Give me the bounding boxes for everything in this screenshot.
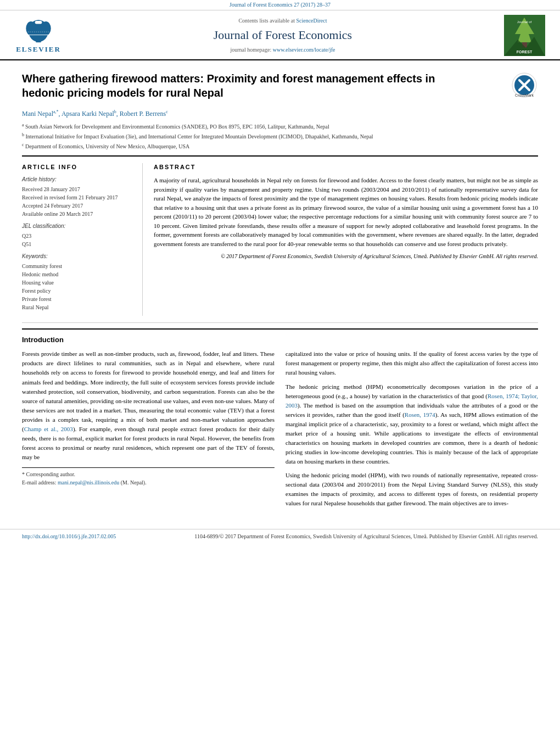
article-title-section: Where gathering firewood matters: Proxim… <box>22 71 538 104</box>
sciencedirect-line: Contents lists available at ScienceDirec… <box>77 17 489 25</box>
journal-reference-bar: Journal of Forest Economics 27 (2017) 28… <box>0 0 560 10</box>
authors-line: Mani Nepala,*, Apsara Karki Nepalb, Robe… <box>22 109 538 119</box>
info-abstract-section: ARTICLE INFO Article history: Received 2… <box>22 155 538 323</box>
journal-title: Journal of Forest Economics <box>77 27 489 44</box>
rosen-taylor-link[interactable]: Rosen, 1974; Taylor, 2003 <box>285 393 538 409</box>
abstract-column: ABSTRACT A majority of rural, agricultur… <box>154 163 538 316</box>
intro-para-4: Using the hedonic pricing model (HPM), w… <box>285 471 538 508</box>
keywords-heading: Keywords: <box>22 253 134 260</box>
accepted-date: Accepted 24 February 2017 <box>22 202 134 210</box>
intro-para-2: capitalized into the value or price of h… <box>285 349 538 377</box>
jel-code-2: Q51 <box>22 240 134 248</box>
email-link[interactable]: mani.nepal@nis.illinois.edu <box>58 479 119 486</box>
keywords-list: Community forest Hedonic method Housing … <box>22 262 134 311</box>
keyword-2: Hedonic method <box>22 270 134 278</box>
introduction-section: Introduction Forests provide timber as w… <box>22 328 538 512</box>
article-history-text: Received 28 January 2017 Received in rev… <box>22 185 134 218</box>
svg-point-3 <box>41 21 51 35</box>
journal-reference: Journal of Forest Economics 27 (2017) 28… <box>229 2 331 8</box>
affiliation-c: c Department of Economics, University of… <box>22 142 538 150</box>
author-robert: Robert P. Berrens <box>120 110 166 118</box>
affiliations: a South Asian Network for Development an… <box>22 122 538 151</box>
header-center: Contents lists available at ScienceDirec… <box>66 17 500 54</box>
bottom-bar: http://dx.doi.org/10.1016/j.jfe.2017.02.… <box>0 529 560 544</box>
contents-label: Contents lists available at <box>238 18 294 24</box>
svg-point-2 <box>26 21 36 35</box>
intro-col-right: capitalized into the value or price of h… <box>285 349 538 512</box>
keyword-3: Housing value <box>22 278 134 287</box>
elsevier-logo-container: ELSEVIER <box>11 15 66 56</box>
bottom-copyright: 1104-6899/© 2017 Department of Forest Ec… <box>194 533 538 540</box>
keyword-1: Community forest <box>22 262 134 270</box>
article-content: Where gathering firewood matters: Proxim… <box>0 60 560 529</box>
doi-link[interactable]: http://dx.doi.org/10.1016/j.jfe.2017.02.… <box>22 533 116 540</box>
elsevier-logo: ELSEVIER <box>16 16 61 54</box>
jel-code-1: Q23 <box>22 232 134 240</box>
email-note: E-mail address: mani.nepal@nis.illinois.… <box>22 478 275 487</box>
journal-homepage-line: journal homepage: www.elsevier.com/locat… <box>77 46 489 54</box>
journal-header: ELSEVIER Contents lists available at Sci… <box>0 10 560 60</box>
received-date: Received 28 January 2017 <box>22 185 134 193</box>
homepage-label: journal homepage: <box>231 47 272 53</box>
page: Journal of Forest Economics 27 (2017) 28… <box>0 0 560 742</box>
article-info-heading: ARTICLE INFO <box>22 163 134 171</box>
abstract-copyright: © 2017 Department of Forest Economics, S… <box>154 253 538 260</box>
forest-economics-badge-icon: FOREST Journal of <box>504 15 545 56</box>
intro-para-1: Forests provide timber as well as non-ti… <box>22 349 275 462</box>
article-info-column: ARTICLE INFO Article history: Received 2… <box>22 163 143 316</box>
footnote-divider: * Corresponding author. E-mail address: … <box>22 467 275 487</box>
keyword-4: Forest policy <box>22 287 134 295</box>
corresponding-author-note: * Corresponding author. <box>22 470 275 478</box>
champ-link[interactable]: Champ et al., 2003 <box>24 426 73 432</box>
revised-date: Received in revised form 21 February 201… <box>22 193 134 202</box>
svg-text:Journal of: Journal of <box>517 20 531 24</box>
svg-text:CrossMark: CrossMark <box>515 93 534 97</box>
abstract-heading: ABSTRACT <box>154 163 538 171</box>
rosen-link[interactable]: Rosen, 1974 <box>405 411 435 418</box>
jel-codes: Q23 Q51 <box>22 232 134 248</box>
article-title: Where gathering firewood matters: Proxim… <box>22 71 472 100</box>
author-apsara: Apsara Karki Nepal <box>61 110 114 118</box>
svg-text:FOREST: FOREST <box>516 50 532 54</box>
sciencedirect-link[interactable]: ScienceDirect <box>296 18 327 24</box>
elsevier-wordmark: ELSEVIER <box>16 44 61 54</box>
homepage-link[interactable]: www.elsevier.com/locate/jfe <box>273 47 335 53</box>
affiliation-b: b International Initiative for Impact Ev… <box>22 132 538 141</box>
affiliation-a: a South Asian Network for Development an… <box>22 122 538 131</box>
jel-heading: JEL classification: <box>22 222 134 230</box>
introduction-body: Forests provide timber as well as non-ti… <box>22 349 538 512</box>
intro-para-3: The hedonic pricing method (HPM) econome… <box>285 382 538 466</box>
elsevier-tree-icon <box>19 16 58 43</box>
intro-col-left: Forests provide timber as well as non-ti… <box>22 349 275 512</box>
forest-economics-logo-container: FOREST Journal of <box>500 15 549 56</box>
keyword-5: Private forest <box>22 295 134 303</box>
abstract-text: A majority of rural, agricultural househ… <box>154 176 538 248</box>
article-history-heading: Article history: <box>22 176 134 183</box>
author-mani: Mani Nepal <box>22 110 53 118</box>
introduction-heading: Introduction <box>22 335 538 345</box>
svg-rect-4 <box>35 21 42 24</box>
keyword-6: Rural Nepal <box>22 303 134 311</box>
crossmark-icon: CrossMark <box>511 71 538 99</box>
available-date: Available online 20 March 2017 <box>22 210 134 218</box>
crossmark-badge: CrossMark <box>511 71 538 99</box>
